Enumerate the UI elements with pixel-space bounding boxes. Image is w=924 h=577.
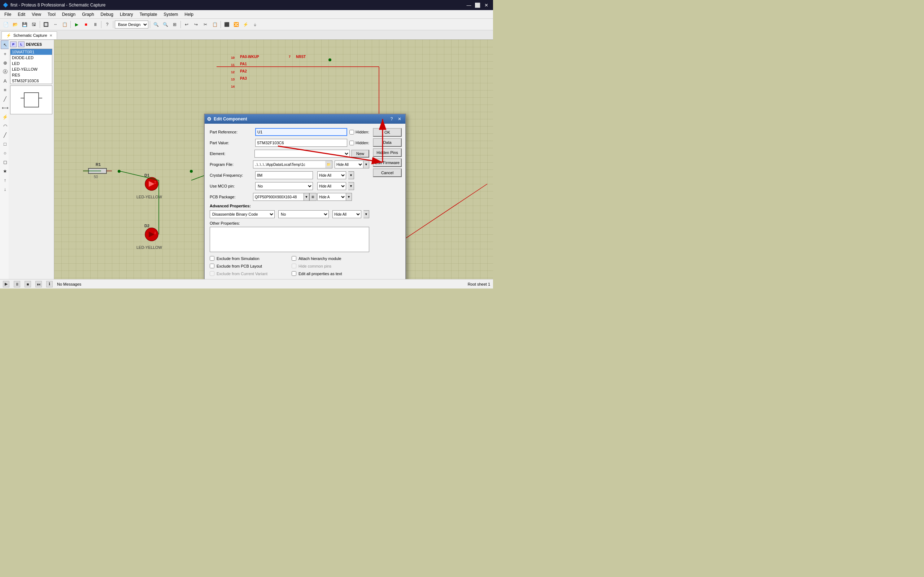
pcb-input[interactable]	[253, 193, 304, 201]
symbol-tool[interactable]: ★	[1, 167, 10, 175]
crystal-hide-select[interactable]: Hide All	[317, 171, 346, 179]
menu-tool[interactable]: Tool	[45, 11, 58, 18]
schematic-capture-tab[interactable]: ⚡ Schematic Capture ✕	[2, 31, 57, 39]
menu-view[interactable]: View	[29, 11, 44, 18]
stop-button[interactable]: ■	[82, 20, 90, 29]
undo-button[interactable]: ↩	[182, 20, 191, 29]
circle-tool[interactable]: ○	[1, 148, 10, 157]
new-button[interactable]: 📄	[2, 20, 10, 29]
other-properties-textarea[interactable]	[210, 227, 369, 252]
design-combo[interactable]: Base Design	[115, 21, 149, 29]
close-button[interactable]: ✕	[482, 1, 490, 9]
arc-tool[interactable]: ◠	[1, 121, 10, 130]
device-item-res[interactable]: RES	[10, 72, 52, 78]
program-hide-select[interactable]: Hide All	[334, 161, 363, 168]
measure-tool[interactable]: ⟷	[1, 103, 10, 112]
part-reference-input[interactable]	[255, 128, 347, 136]
menu-edit[interactable]: Edit	[15, 11, 28, 18]
pcb-grid-button[interactable]: ⊞	[309, 193, 317, 201]
program-hide-chevron[interactable]: ▼	[363, 161, 369, 168]
save-button[interactable]: 💾	[20, 20, 29, 29]
up-arrow-tool[interactable]: ↑	[1, 176, 10, 184]
edit-all-props-label[interactable]: Edit all properties as text	[299, 272, 342, 276]
redo-button[interactable]: ↪	[192, 20, 200, 29]
disassemble-hide-chevron[interactable]: ▼	[363, 210, 369, 218]
program-browse-button[interactable]: 📁	[325, 161, 333, 168]
device-item-10watt0r1[interactable]: 10WATT0R1	[10, 49, 52, 55]
status-stop-button[interactable]: ■	[24, 281, 31, 287]
crystal-freq-input[interactable]	[255, 171, 313, 179]
part-value-input[interactable]	[255, 139, 347, 147]
zoom-fit-button[interactable]: ⊞	[170, 20, 179, 29]
edit-firmware-button[interactable]: Edit Firmware	[373, 158, 402, 167]
place-button[interactable]: ⬛	[222, 20, 231, 29]
junction-tool[interactable]: ⊕	[1, 58, 10, 67]
netlist-button[interactable]: 📋	[60, 20, 69, 29]
line-tool[interactable]: ╱	[1, 131, 10, 139]
help-button[interactable]: ?	[103, 20, 111, 29]
down-arrow-tool[interactable]: ↓	[1, 185, 10, 193]
element-combo[interactable]	[254, 150, 350, 158]
exclude-variant-cb[interactable]	[210, 271, 215, 276]
modal-help-button[interactable]: ?	[388, 116, 395, 122]
maximize-button[interactable]: ⬜	[473, 1, 481, 9]
titlebar-controls[interactable]: — ⬜ ✕	[465, 1, 490, 9]
label-tool[interactable]: Ⓐ	[1, 68, 10, 76]
box-tool[interactable]: ◻	[1, 158, 10, 166]
cut-button[interactable]: ✂	[201, 20, 210, 29]
status-play-button[interactable]: ▶	[3, 281, 10, 287]
p-button[interactable]: P	[10, 42, 16, 47]
zoom-out-button[interactable]: 🔍	[161, 20, 170, 29]
pcb-hide-chevron[interactable]: ▼	[346, 193, 352, 201]
power-button[interactable]: ⚡	[241, 20, 250, 29]
device-item-diode-led[interactable]: DIODE-LED	[10, 55, 52, 61]
device-item-led[interactable]: LED	[10, 61, 52, 66]
menu-template[interactable]: Template	[137, 11, 160, 18]
edit-all-props-cb[interactable]	[292, 271, 296, 276]
device-item-led-yellow[interactable]: LED-YELLOW	[10, 66, 52, 72]
modal-close-button[interactable]: ✕	[396, 116, 403, 122]
component-tool[interactable]: +	[1, 49, 10, 58]
pcb-chevron[interactable]: ▼	[304, 193, 309, 201]
disassemble-value-select[interactable]: No	[278, 210, 329, 218]
component-button[interactable]: 🔲	[42, 20, 50, 29]
pcb-hide-select[interactable]: Hide A	[317, 193, 346, 201]
crystal-hide-chevron[interactable]: ▼	[348, 171, 354, 179]
part-ref-hidden-cb[interactable]	[349, 130, 354, 134]
hide-common-cb[interactable]	[292, 264, 296, 268]
data-button[interactable]: Data	[373, 138, 402, 147]
disassemble-hide-select[interactable]: Hide All	[333, 210, 361, 218]
rect-tool[interactable]: □	[1, 140, 10, 148]
text-tool[interactable]: A	[1, 76, 10, 85]
wire-button[interactable]: ╌	[51, 20, 60, 29]
mco-hide-select[interactable]: Hide All	[317, 182, 346, 190]
status-step-button[interactable]: ⏭	[36, 281, 42, 287]
menu-library[interactable]: Library	[117, 11, 136, 18]
ok-button[interactable]: OK	[373, 128, 402, 137]
ground-button[interactable]: ⏚	[250, 20, 259, 29]
menu-debug[interactable]: Debug	[98, 11, 116, 18]
mco-select[interactable]: No	[255, 182, 313, 190]
tab-close-button[interactable]: ✕	[50, 34, 52, 37]
canvas-area[interactable]: 10 11 12 13 14 PA0-WKUP PA1 PA2 PA3 NRST…	[54, 40, 493, 279]
exclude-pcb-cb[interactable]	[210, 264, 215, 268]
hidden-pins-button[interactable]: Hidden Pins	[373, 148, 402, 157]
status-pause-button[interactable]: ⏸	[14, 281, 20, 287]
bus-tool[interactable]: ≡	[1, 85, 10, 94]
copy-button[interactable]: 📋	[210, 20, 219, 29]
pause-button[interactable]: ⏸	[91, 20, 100, 29]
probe-tool[interactable]: ⚡	[1, 113, 10, 121]
l-button[interactable]: L	[18, 42, 24, 47]
open-button[interactable]: 📂	[11, 20, 19, 29]
menu-file[interactable]: File	[2, 11, 14, 18]
status-info-button[interactable]: ℹ	[46, 281, 53, 287]
select-tool[interactable]: ↖	[1, 40, 10, 49]
zoom-in-button[interactable]: 🔍	[152, 20, 160, 29]
mco-hide-chevron[interactable]: ▼	[348, 182, 354, 190]
save-all-button[interactable]: 🖫	[30, 20, 38, 29]
menu-help[interactable]: Help	[181, 11, 196, 18]
part-val-hidden-cb[interactable]	[349, 141, 354, 145]
route-button[interactable]: 🔀	[232, 20, 241, 29]
cancel-button[interactable]: Cancel	[373, 168, 402, 177]
exclude-simulation-cb[interactable]	[210, 256, 215, 261]
